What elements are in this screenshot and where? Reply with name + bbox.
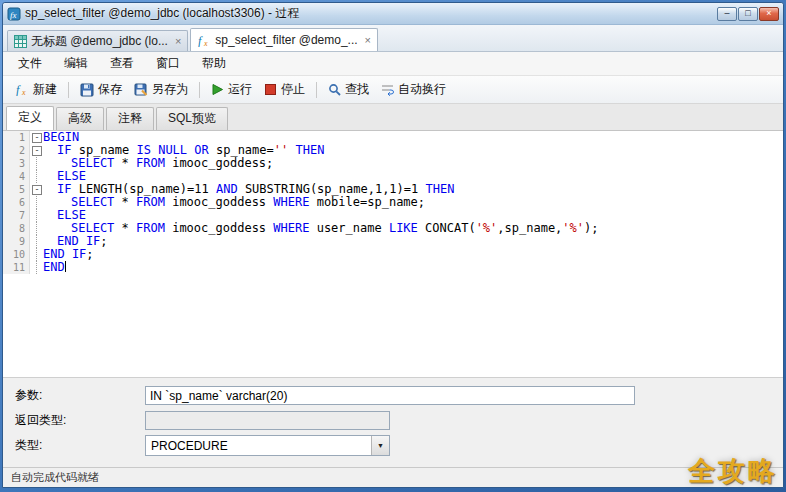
find-icon <box>328 83 341 96</box>
minimize-button[interactable]: – <box>717 7 737 21</box>
save-icon <box>80 83 94 97</box>
line-number: 11 <box>3 261 30 274</box>
text-caret <box>65 261 66 272</box>
toolbar-separator <box>316 82 317 98</box>
toolbar-separator <box>199 82 200 98</box>
close-icon[interactable]: × <box>365 34 371 46</box>
return-type-input[interactable] <box>145 411 390 430</box>
svg-text:fx: fx <box>10 10 17 20</box>
stop-icon <box>264 83 277 96</box>
toolbar-stop-button[interactable]: 停止 <box>258 78 311 101</box>
fold-guide <box>30 170 43 183</box>
subtab-definition[interactable]: 定义 <box>6 106 54 130</box>
close-icon[interactable]: × <box>175 35 181 47</box>
toolbar-separator <box>68 82 69 98</box>
status-bar: 自动完成代码就绪 <box>3 467 783 487</box>
tab-label: 无标题 @demo_jdbc (lo... <box>31 33 168 50</box>
fx-icon: fx <box>15 83 29 96</box>
toolbar-button-label: 新建 <box>33 81 57 98</box>
toolbar-save-as-button[interactable]: 另存为 <box>128 78 194 101</box>
return-type-label: 返回类型: <box>15 412 145 429</box>
menu-item-view[interactable]: 查看 <box>99 52 145 75</box>
line-number: 6 <box>3 196 30 209</box>
code-line: 10END IF; <box>3 248 783 261</box>
code-line: 9END IF; <box>3 235 783 248</box>
fold-guide <box>30 261 43 274</box>
type-select-value: PROCEDURE <box>146 439 371 453</box>
svg-text:f: f <box>198 34 203 47</box>
code-line: 3SELECT * FROM imooc_goddess; <box>3 157 783 170</box>
toolbar-button-label: 另存为 <box>152 81 188 98</box>
toolbar-new-button[interactable]: fx新建 <box>9 78 63 101</box>
run-icon <box>211 83 224 96</box>
fold-toggle-icon[interactable]: - <box>30 144 43 157</box>
toolbar-button-label: 停止 <box>281 81 305 98</box>
subtab-comment[interactable]: 注释 <box>106 107 154 130</box>
document-tab-sp-select-filter[interactable]: fxsp_select_filter @demo_...× <box>190 28 378 51</box>
param-row: 参数: <box>15 385 771 406</box>
toolbar-button-label: 保存 <box>98 81 122 98</box>
editor-subtabs: 定义高级注释SQL预览 <box>3 104 783 131</box>
definition-form: 参数: 返回类型: 类型: PROCEDURE ▼ <box>3 377 783 467</box>
toolbar-word-wrap-button[interactable]: 自动换行 <box>375 78 452 101</box>
toolbar-button-label: 自动换行 <box>398 81 446 98</box>
code-editor[interactable]: 1-BEGIN2-IF sp_name IS NULL OR sp_name='… <box>3 131 783 377</box>
type-row: 类型: PROCEDURE ▼ <box>15 435 771 456</box>
toolbar-button-label: 运行 <box>228 81 252 98</box>
type-label: 类型: <box>15 437 145 454</box>
line-number: 5 <box>3 183 30 196</box>
code-text: END <box>43 261 66 274</box>
param-label: 参数: <box>15 387 145 404</box>
table-icon <box>14 35 27 48</box>
type-select[interactable]: PROCEDURE ▼ <box>145 435 390 456</box>
line-number: 9 <box>3 235 30 248</box>
code-line: 11END <box>3 261 783 274</box>
subtab-advanced[interactable]: 高级 <box>56 107 104 130</box>
line-number: 10 <box>3 248 30 261</box>
close-button[interactable]: × <box>759 7 779 21</box>
fold-guide <box>30 209 43 222</box>
param-input[interactable] <box>145 386 635 405</box>
menu-item-window[interactable]: 窗口 <box>145 52 191 75</box>
menu-item-file[interactable]: 文件 <box>7 52 53 75</box>
menu-item-help[interactable]: 帮助 <box>191 52 237 75</box>
code-text: SELECT * FROM imooc_goddess WHERE mobile… <box>43 196 425 209</box>
toolbar-button-label: 查找 <box>345 81 369 98</box>
app-icon: fx <box>7 7 21 21</box>
tab-label: sp_select_filter @demo_... <box>215 33 357 47</box>
document-tabbar: 无标题 @demo_jdbc (lo...×fxsp_select_filter… <box>3 25 783 52</box>
toolbar: fx新建保存另存为运行停止查找自动换行 <box>3 76 783 104</box>
window-controls: – □ × <box>717 7 779 21</box>
fold-guide <box>30 222 43 235</box>
document-tab-untitled[interactable]: 无标题 @demo_jdbc (lo...× <box>7 30 188 51</box>
svg-text:x: x <box>203 39 208 47</box>
svg-text:f: f <box>16 83 21 96</box>
line-number: 2 <box>3 144 30 157</box>
desktop-background: fx sp_select_filter @demo_jdbc (localhos… <box>0 0 786 492</box>
line-number: 4 <box>3 170 30 183</box>
return-type-row: 返回类型: <box>15 410 771 431</box>
fold-guide <box>30 157 43 170</box>
toolbar-find-button[interactable]: 查找 <box>322 78 375 101</box>
title-bar[interactable]: fx sp_select_filter @demo_jdbc (localhos… <box>3 3 783 25</box>
svg-text:x: x <box>21 88 26 96</box>
fold-toggle-icon[interactable]: - <box>30 183 43 196</box>
toolbar-run-button[interactable]: 运行 <box>205 78 258 101</box>
line-number: 1 <box>3 131 30 144</box>
window-title: sp_select_filter @demo_jdbc (localhost33… <box>25 5 717 22</box>
maximize-button[interactable]: □ <box>738 7 758 21</box>
watermark: 全攻略 <box>688 453 778 489</box>
code-text: SELECT * FROM imooc_goddess WHERE user_n… <box>43 222 598 235</box>
fold-toggle-icon[interactable]: - <box>30 131 43 144</box>
menu-item-edit[interactable]: 编辑 <box>53 52 99 75</box>
line-number: 3 <box>3 157 30 170</box>
fold-guide <box>30 248 43 261</box>
line-number: 7 <box>3 209 30 222</box>
subtab-sql-preview[interactable]: SQL预览 <box>156 107 228 130</box>
fold-guide <box>30 196 43 209</box>
status-text: 自动完成代码就绪 <box>11 470 99 485</box>
chevron-down-icon[interactable]: ▼ <box>371 436 389 455</box>
fx-icon: fx <box>197 34 211 47</box>
toolbar-save-button[interactable]: 保存 <box>74 78 128 101</box>
menu-bar: 文件编辑查看窗口帮助 <box>3 52 783 76</box>
